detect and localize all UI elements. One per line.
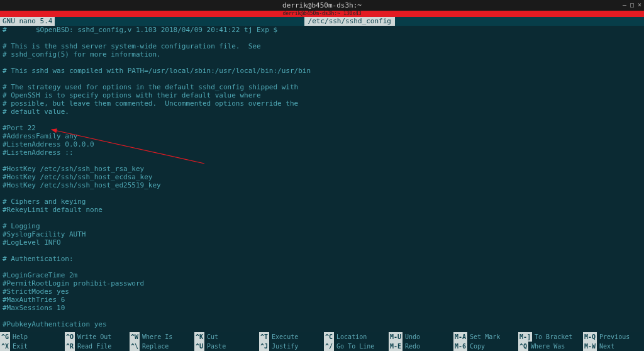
file-line[interactable]: # possible, but leave them commented. Un…: [3, 99, 641, 108]
shortcut-item: M-WNext: [583, 342, 644, 351]
maximize-icon[interactable]: □: [630, 1, 634, 8]
file-line[interactable]: # Logging: [3, 222, 641, 230]
shortcut-label: Replace: [142, 342, 169, 351]
shortcut-label: Where Is: [142, 332, 172, 342]
shortcut-key: M-A: [453, 332, 467, 342]
shortcut-label: Justify: [272, 342, 298, 351]
file-line[interactable]: #MaxSessions 10: [3, 304, 641, 312]
file-line[interactable]: # $OpenBSD: sshd_config,v 1.103 2018/04/…: [3, 26, 641, 34]
close-icon[interactable]: ×: [638, 1, 641, 8]
file-line[interactable]: #PubkeyAuthentication yes: [3, 320, 641, 328]
shortcut-key: M-U: [389, 332, 402, 342]
shortcut-key: M-W: [583, 342, 597, 351]
file-line[interactable]: #HostKey /etc/ssh/ssh_host_ecdsa_key: [3, 173, 641, 181]
shortcut-item: M-]To Bracket: [518, 332, 583, 342]
shortcut-key: M-6: [453, 342, 467, 351]
shortcut-label: Write Out: [77, 332, 111, 342]
shortcut-label: Paste: [207, 342, 226, 351]
file-line[interactable]: #LoginGraceTime 2m: [3, 271, 641, 279]
file-line[interactable]: [3, 214, 641, 222]
shortcut-label: Help: [13, 332, 28, 342]
shortcut-item: ^WWhere Is: [130, 332, 194, 342]
file-line[interactable]: #StrictModes yes: [3, 287, 641, 296]
shortcut-label: Undo: [405, 332, 420, 342]
file-line[interactable]: #HostKey /etc/ssh/ssh_host_rsa_key: [3, 165, 641, 173]
shortcut-label: Previous: [599, 332, 630, 342]
file-line[interactable]: #Port 22: [3, 124, 641, 132]
shortcut-key: ^/: [324, 342, 334, 351]
shortcut-label: Read File: [77, 342, 111, 351]
shortcut-key: ^\: [130, 342, 140, 351]
file-line[interactable]: #LogLevel INFO: [3, 238, 641, 247]
file-line[interactable]: # sshd_config(5) for more information.: [3, 50, 641, 58]
shortcut-label: Cut: [207, 332, 218, 342]
shortcut-label: Redo: [405, 342, 420, 351]
shortcut-item: M-ASet Mark: [453, 332, 518, 342]
file-line[interactable]: [3, 75, 641, 83]
file-line[interactable]: [3, 189, 641, 198]
file-line[interactable]: [3, 34, 641, 42]
shortcut-item: ^UPaste: [194, 342, 259, 351]
shortcut-label: Next: [599, 342, 614, 351]
shortcut-key: ^R: [65, 342, 75, 351]
shortcut-key: M-]: [518, 332, 532, 342]
file-line[interactable]: # Ciphers and keying: [3, 198, 641, 206]
shortcut-key: ^T: [259, 332, 269, 342]
shortcut-item: M-6Copy: [453, 342, 518, 351]
shortcut-key: ^K: [194, 332, 204, 342]
shortcut-item: ^OWrite Out: [65, 332, 130, 342]
nano-version: GNU nano 5.4: [0, 17, 55, 26]
file-line[interactable]: # default value.: [3, 108, 641, 116]
file-line[interactable]: #SyslogFacility AUTH: [3, 230, 641, 238]
file-line[interactable]: #ListenAddress 0.0.0.0: [3, 140, 641, 148]
file-line[interactable]: [3, 116, 641, 124]
nano-header: GNU nano 5.4 /etc/ssh/sshd_config: [0, 17, 644, 26]
window-titlebar: derrik@b450m-ds3h:~ – □ ×: [0, 0, 644, 11]
shortcut-item: ^KCut: [194, 332, 259, 342]
nano-filename: /etc/ssh/sshd_config: [304, 17, 395, 26]
file-line[interactable]: #ListenAddress ::: [3, 148, 641, 157]
shortcut-key: ^X: [0, 342, 10, 351]
shortcut-key: ^O: [65, 332, 75, 342]
shortcut-item: ^JJustify: [259, 342, 324, 351]
shortcut-item: M-UUndo: [389, 332, 453, 342]
file-line[interactable]: # OpenSSH is to specify options with the…: [3, 91, 641, 99]
shortcut-key: ^Q: [518, 342, 528, 351]
file-line[interactable]: [3, 247, 641, 255]
minimize-icon[interactable]: –: [623, 1, 626, 8]
file-line[interactable]: #RekeyLimit default none: [3, 206, 641, 214]
shortcut-item: M-QPrevious: [583, 332, 644, 342]
shortcut-label: Location: [336, 332, 367, 342]
shortcut-key: ^C: [324, 332, 334, 342]
shortcut-label: Set Mark: [470, 332, 500, 342]
shortcut-item: M-ERedo: [389, 342, 453, 351]
shortcut-key: M-Q: [583, 332, 597, 342]
shortcut-item: ^\Replace: [130, 342, 194, 351]
file-line[interactable]: #HostKey /etc/ssh/ssh_host_ed25519_key: [3, 181, 641, 189]
file-line[interactable]: # This sshd was compiled with PATH=/usr/…: [3, 67, 641, 75]
shortcut-item: ^CLocation: [324, 332, 389, 342]
window-title: derrik@b450m-ds3h:~: [282, 1, 362, 9]
shortcut-key: M-E: [389, 342, 402, 351]
file-line[interactable]: [3, 263, 641, 271]
shortcut-label: Execute: [272, 332, 298, 342]
file-line[interactable]: [3, 58, 641, 67]
tab-label[interactable]: derrik@b450m-ds3h:~ 130x43: [0, 11, 644, 17]
file-line[interactable]: #PermitRootLogin prohibit-password: [3, 279, 641, 287]
shortcut-label: Copy: [470, 342, 485, 351]
file-line[interactable]: #AddressFamily any: [3, 132, 641, 140]
file-line[interactable]: # This is the sshd server system-wide co…: [3, 42, 641, 50]
shortcut-key: ^J: [259, 342, 269, 351]
file-line[interactable]: [3, 312, 641, 320]
file-line[interactable]: [3, 157, 641, 165]
shortcut-key: ^G: [0, 332, 10, 342]
shortcut-item: ^/Go To Line: [324, 342, 389, 351]
shortcut-item: ^TExecute: [259, 332, 324, 342]
file-line[interactable]: # Authentication:: [3, 255, 641, 263]
shortcut-label: Go To Line: [336, 342, 374, 351]
shortcut-key: ^U: [194, 342, 204, 351]
file-line[interactable]: #MaxAuthTries 6: [3, 296, 641, 304]
editor-content[interactable]: # $OpenBSD: sshd_config,v 1.103 2018/04/…: [0, 26, 644, 332]
file-line[interactable]: # The strategy used for options in the d…: [3, 83, 641, 91]
shortcut-item: ^RRead File: [65, 342, 130, 351]
